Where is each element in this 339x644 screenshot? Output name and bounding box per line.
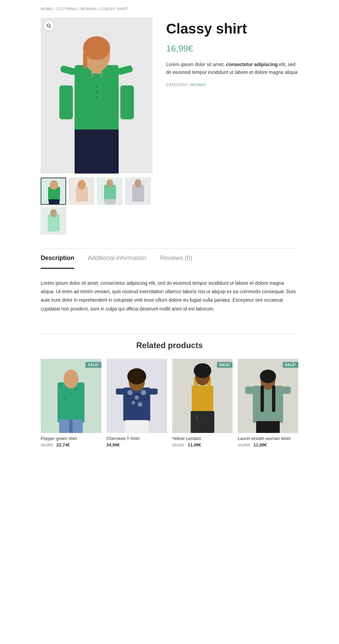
product-card-1[interactable]: SALE! Pepper green shirt 34,99€ 22,74€ [41, 359, 101, 447]
svg-rect-6 [83, 52, 87, 68]
product-title: Classy shirt [166, 21, 298, 37]
svg-rect-35 [58, 382, 84, 423]
product-card-name-4: Laurel wreath woman tshirt [238, 436, 298, 441]
svg-point-49 [132, 401, 135, 404]
product-card-2[interactable]: Cherokee T-Shirt 34,99€ [106, 359, 167, 447]
thumbnail-4[interactable] [125, 178, 151, 205]
svg-point-0 [47, 24, 50, 27]
svg-point-71 [260, 369, 276, 383]
breadcrumb-current: CLASSY SHIRT [100, 7, 128, 11]
product-card-4[interactable]: SALE! Laurel wreath woman tshirt 14,99€ … [238, 359, 298, 447]
breadcrumb-clothing[interactable]: CLOTHING [56, 7, 77, 11]
sale-badge-1: SALE! [85, 362, 101, 368]
svg-point-54 [127, 368, 146, 384]
product-images [41, 18, 153, 235]
svg-rect-69 [261, 385, 264, 412]
product-description: Lorem ipsum dolor sit amet, consectetur … [166, 61, 298, 76]
original-price-1: 34,99€ [41, 443, 53, 447]
svg-point-11 [96, 96, 98, 98]
zoom-icon[interactable] [44, 21, 54, 31]
svg-rect-66 [245, 386, 255, 394]
sale-badge-3: SALE! [217, 362, 233, 368]
product-card-name-3: Yellow Leotard [172, 436, 233, 441]
related-section: Related products SALE! [41, 341, 298, 447]
thumbnail-3[interactable] [97, 178, 122, 205]
category-label: CATEGORY: [166, 83, 189, 87]
svg-point-9 [96, 86, 98, 88]
svg-rect-67 [281, 386, 291, 394]
tabs-header: Description Additional information Revie… [41, 248, 298, 269]
related-products-title: Related products [41, 341, 298, 350]
svg-rect-52 [149, 388, 158, 395]
tabs-section: Description Additional information Revie… [41, 248, 298, 323]
product-card-3[interactable]: SALE! Yellow Leotard 19,93€ 11,99€ [172, 359, 233, 447]
svg-point-26 [106, 179, 113, 187]
svg-point-19 [50, 180, 58, 190]
svg-line-1 [50, 27, 51, 28]
svg-point-10 [96, 91, 98, 93]
product-card-name-1: Pepper green shirt [41, 436, 101, 441]
thumbnail-1[interactable] [41, 178, 66, 205]
sale-price-2: 34,99€ [106, 442, 120, 447]
product-card-image-1: SALE! [41, 359, 101, 433]
svg-point-36 [60, 385, 62, 387]
category-link[interactable]: WOMAN [190, 83, 206, 87]
svg-rect-45 [123, 387, 150, 421]
divider [41, 334, 298, 334]
svg-point-48 [141, 390, 146, 395]
thumbnail-grid [41, 178, 153, 235]
thumbnail-5[interactable] [41, 207, 66, 235]
sale-price-3: 11,99€ [188, 442, 201, 447]
svg-rect-70 [272, 385, 276, 412]
sale-price-1: 22,74€ [56, 442, 70, 447]
svg-rect-55 [125, 420, 148, 433]
main-image [41, 18, 153, 174]
product-card-price-3: 19,93€ 11,99€ [172, 442, 233, 447]
sale-price-4: 11,99€ [254, 442, 267, 447]
product-card-image-3: SALE! [172, 359, 233, 433]
tab-description[interactable]: Description [41, 248, 74, 269]
breadcrumb-woman[interactable]: WOMAN [80, 7, 96, 11]
tab-content-description: Lorem ipsum dolor sit amet, consectetur … [41, 269, 298, 323]
product-category: CATEGORY: WOMAN [166, 83, 298, 87]
svg-point-40 [63, 397, 65, 399]
original-price-4: 14,99€ [238, 443, 250, 447]
tab-reviews[interactable]: Reviews (0) [160, 248, 192, 269]
svg-point-23 [78, 180, 86, 189]
product-price: 16,99€ [166, 43, 298, 54]
svg-rect-27 [105, 199, 115, 205]
svg-point-30 [135, 179, 141, 187]
svg-rect-13 [59, 85, 73, 119]
svg-rect-72 [256, 421, 280, 433]
product-info: Classy shirt 16,99€ Lorem ipsum dolor si… [166, 18, 298, 235]
product-card-price-2: 34,99€ [106, 442, 167, 447]
product-card-name-2: Cherokee T-Shirt [106, 436, 167, 441]
svg-rect-20 [49, 199, 59, 205]
svg-point-37 [65, 390, 66, 391]
product-card-image-2 [106, 359, 167, 433]
original-price-3: 19,93€ [172, 443, 185, 447]
svg-point-33 [50, 209, 57, 217]
svg-rect-16 [75, 129, 119, 174]
product-card-image-4: SALE! [238, 359, 298, 433]
thumbnail-2[interactable] [69, 178, 94, 205]
svg-rect-65 [253, 386, 283, 423]
description-text: Lorem ipsum dolor sit amet, consectetur … [41, 279, 298, 313]
svg-rect-15 [120, 85, 134, 119]
svg-point-61 [194, 363, 211, 378]
sale-badge-4: SALE! [283, 362, 299, 368]
product-card-price-1: 34,99€ 22,74€ [41, 442, 101, 447]
svg-point-41 [64, 369, 79, 388]
breadcrumb-home[interactable]: HOME [41, 7, 53, 11]
svg-point-50 [138, 402, 142, 407]
tab-additional-info[interactable]: Additional information [88, 248, 146, 269]
svg-rect-57 [192, 386, 213, 412]
svg-rect-62 [191, 411, 214, 433]
related-products-grid: SALE! Pepper green shirt 34,99€ 22,74€ [41, 359, 298, 447]
svg-point-47 [135, 396, 139, 400]
product-card-price-4: 14,99€ 11,99€ [238, 442, 298, 447]
svg-rect-43 [69, 419, 73, 433]
product-layout: Classy shirt 16,99€ Lorem ipsum dolor si… [41, 18, 298, 235]
svg-point-46 [127, 390, 133, 395]
breadcrumb: HOME / CLOTHING / WOMAN / CLASSY SHIRT [41, 7, 298, 11]
